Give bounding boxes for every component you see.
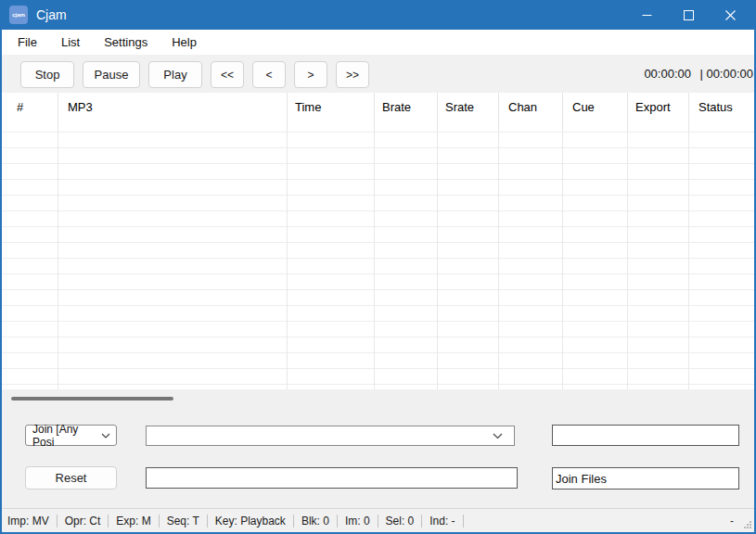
top-right-field[interactable] xyxy=(552,425,739,446)
column-header-srate[interactable]: Srate xyxy=(438,93,499,132)
status-bar: Imp: MV Opr: Ct Exp: M Seq: T Key: Playb… xyxy=(0,508,756,532)
minimize-icon xyxy=(642,10,652,20)
time-total: | 00:00:00 xyxy=(699,67,753,81)
title-bar[interactable]: cjam Cjam xyxy=(0,0,756,30)
resize-grip-icon[interactable] xyxy=(743,520,752,529)
window-controls xyxy=(626,0,751,30)
maximize-button[interactable] xyxy=(668,0,710,30)
playlist-header-row: # MP3 Time Brate Srate Chan Cue Export S… xyxy=(0,93,756,133)
status-blk: Blk: 0 xyxy=(294,515,338,528)
menu-file[interactable]: File xyxy=(9,32,45,53)
step-back-button[interactable]: < xyxy=(252,61,286,88)
step-forward-button[interactable]: > xyxy=(294,61,327,88)
horizontal-scrollbar-thumb[interactable] xyxy=(11,397,173,400)
time-elapsed: 00:00:00 xyxy=(644,67,691,81)
skip-forward-button[interactable]: >> xyxy=(336,61,369,88)
playlist-table: # MP3 Time Brate Srate Chan Cue Export S… xyxy=(0,93,756,389)
close-icon xyxy=(725,10,736,20)
column-header-number[interactable]: # xyxy=(0,93,58,132)
playlist-body[interactable] xyxy=(0,133,756,389)
column-header-status[interactable]: Status xyxy=(689,93,756,132)
app-window: cjam Cjam File List Settings Help Stop P… xyxy=(0,0,756,534)
stop-button[interactable]: Stop xyxy=(20,61,74,88)
app-icon-label: cjam xyxy=(12,12,25,18)
menu-settings[interactable]: Settings xyxy=(96,32,156,53)
menu-bar: File List Settings Help xyxy=(0,30,756,55)
playback-buttons: Stop Pause Play << < > >> xyxy=(20,61,369,88)
status-sel: Sel: 0 xyxy=(378,515,423,528)
play-button[interactable]: Play xyxy=(148,61,202,88)
status-key: Key: Playback xyxy=(208,515,294,528)
bottom-input[interactable] xyxy=(146,467,518,489)
status-ind: Ind: - xyxy=(422,515,463,528)
maximize-icon xyxy=(684,10,694,20)
menu-help[interactable]: Help xyxy=(163,32,205,53)
column-header-export[interactable]: Export xyxy=(628,93,689,132)
skip-back-button[interactable]: << xyxy=(211,61,244,88)
status-right-indicator: - xyxy=(730,515,734,528)
column-header-brate[interactable]: Brate xyxy=(375,93,438,132)
status-imp: Imp: MV xyxy=(7,515,58,528)
chevron-down-icon xyxy=(493,433,503,439)
join-mode-value: Join [Any Posi xyxy=(32,423,101,449)
minimize-button[interactable] xyxy=(626,0,668,30)
join-panel: Join [Any Posi Reset xyxy=(0,389,756,508)
join-mode-dropdown[interactable]: Join [Any Posi xyxy=(25,425,117,446)
join-files-field[interactable] xyxy=(552,467,739,490)
file-combobox[interactable] xyxy=(146,426,515,446)
column-header-time[interactable]: Time xyxy=(288,93,375,132)
pause-button[interactable]: Pause xyxy=(83,61,140,88)
reset-button[interactable]: Reset xyxy=(25,466,117,490)
menu-list[interactable]: List xyxy=(53,32,88,53)
window-title: Cjam xyxy=(36,7,67,22)
column-header-mp3[interactable]: MP3 xyxy=(58,93,288,132)
status-opr: Opr: Ct xyxy=(58,515,109,528)
column-header-chan[interactable]: Chan xyxy=(499,93,563,132)
playback-toolbar: Stop Pause Play << < > >> 00:00:00 | 00:… xyxy=(0,55,756,93)
close-button[interactable] xyxy=(710,0,751,30)
status-seq: Seq: T xyxy=(160,515,208,528)
chevron-down-icon xyxy=(101,433,110,439)
column-header-cue[interactable]: Cue xyxy=(563,93,628,132)
status-im: Im: 0 xyxy=(338,515,378,528)
app-icon: cjam xyxy=(9,6,28,24)
window-border-left xyxy=(0,0,2,534)
status-exp: Exp: M xyxy=(109,515,159,528)
